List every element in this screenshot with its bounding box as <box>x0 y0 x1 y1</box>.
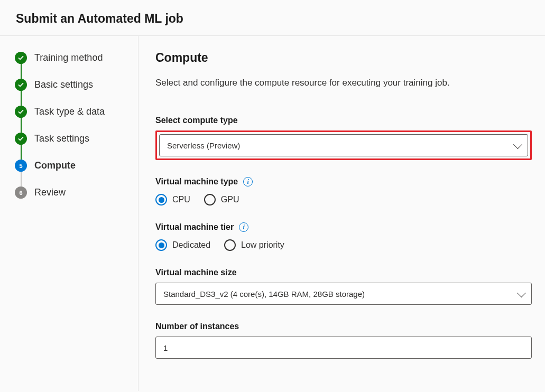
step-compute[interactable]: 5 Compute <box>15 160 138 172</box>
field-instances: Number of instances <box>155 322 532 359</box>
check-icon <box>15 106 27 118</box>
step-connector <box>21 145 22 160</box>
radio-button-icon <box>204 194 216 206</box>
field-vm-tier: Virtual machine tier i Dedicated Low pri… <box>155 222 532 251</box>
vm-type-radio-group: CPU GPU <box>155 194 532 206</box>
step-label: Review <box>34 187 66 198</box>
step-task-settings[interactable]: Task settings <box>15 133 138 145</box>
check-icon <box>15 133 27 145</box>
chevron-down-icon <box>513 140 522 149</box>
info-icon[interactable]: i <box>239 222 248 232</box>
check-icon <box>15 79 27 91</box>
label-text: Virtual machine tier <box>155 222 234 232</box>
label-text: Select compute type <box>155 116 238 125</box>
field-vm-size: Virtual machine size Standard_DS3_v2 (4 … <box>155 268 532 305</box>
page-title: Submit an Automated ML job <box>16 12 529 26</box>
radio-low-priority[interactable]: Low priority <box>224 239 284 251</box>
radio-label: Low priority <box>241 240 284 250</box>
content-wrap: Training method Basic settings Task type… <box>0 36 545 391</box>
step-number-icon: 6 <box>15 186 27 199</box>
radio-label: GPU <box>221 195 239 204</box>
info-icon[interactable]: i <box>243 177 253 186</box>
field-label: Select compute type <box>155 116 532 125</box>
label-text: Virtual machine type <box>155 177 238 186</box>
radio-dedicated[interactable]: Dedicated <box>155 239 210 251</box>
step-connector <box>21 172 22 186</box>
step-number-icon: 5 <box>15 160 27 172</box>
wizard-sidebar: Training method Basic settings Task type… <box>0 36 138 391</box>
field-compute-type: Select compute type Serverless (Preview) <box>155 116 532 160</box>
step-review[interactable]: 6 Review <box>15 186 138 199</box>
label-text: Virtual machine size <box>155 268 237 277</box>
step-label: Compute <box>34 160 76 171</box>
step-connector <box>21 91 22 106</box>
radio-label: CPU <box>172 195 190 204</box>
step-label: Basic settings <box>34 79 93 90</box>
step-connector <box>21 118 22 133</box>
radio-cpu[interactable]: CPU <box>155 194 190 206</box>
step-training-method[interactable]: Training method <box>15 52 138 64</box>
field-vm-type: Virtual machine type i CPU GPU <box>155 177 532 206</box>
section-description: Select and configure the compute resourc… <box>155 78 545 88</box>
page-header: Submit an Automated ML job <box>0 0 545 36</box>
compute-type-select[interactable]: Serverless (Preview) <box>159 134 528 156</box>
label-text: Number of instances <box>155 322 239 331</box>
select-value: Standard_DS3_v2 (4 core(s), 14GB RAM, 28… <box>163 290 365 298</box>
check-icon <box>15 52 27 64</box>
field-label: Virtual machine size <box>155 268 532 277</box>
radio-gpu[interactable]: GPU <box>204 194 239 206</box>
step-task-type-data[interactable]: Task type & data <box>15 106 138 118</box>
main-panel: Compute Select and configure the compute… <box>138 36 545 391</box>
vm-tier-radio-group: Dedicated Low priority <box>155 239 532 251</box>
step-connector <box>21 64 22 79</box>
radio-button-icon <box>155 239 167 251</box>
step-label: Task type & data <box>34 106 105 117</box>
select-value: Serverless (Preview) <box>167 141 240 150</box>
step-label: Task settings <box>34 133 89 144</box>
instances-input[interactable] <box>155 337 532 359</box>
highlight-box: Serverless (Preview) <box>155 130 532 160</box>
radio-button-icon <box>155 194 167 206</box>
step-label: Training method <box>34 52 103 63</box>
vm-size-select[interactable]: Standard_DS3_v2 (4 core(s), 14GB RAM, 28… <box>155 283 532 305</box>
radio-label: Dedicated <box>172 240 210 250</box>
section-title: Compute <box>155 51 545 65</box>
field-label: Number of instances <box>155 322 532 331</box>
field-label: Virtual machine type i <box>155 177 532 186</box>
field-label: Virtual machine tier i <box>155 222 532 232</box>
step-basic-settings[interactable]: Basic settings <box>15 79 138 91</box>
radio-button-icon <box>224 239 236 251</box>
chevron-down-icon <box>517 288 526 297</box>
